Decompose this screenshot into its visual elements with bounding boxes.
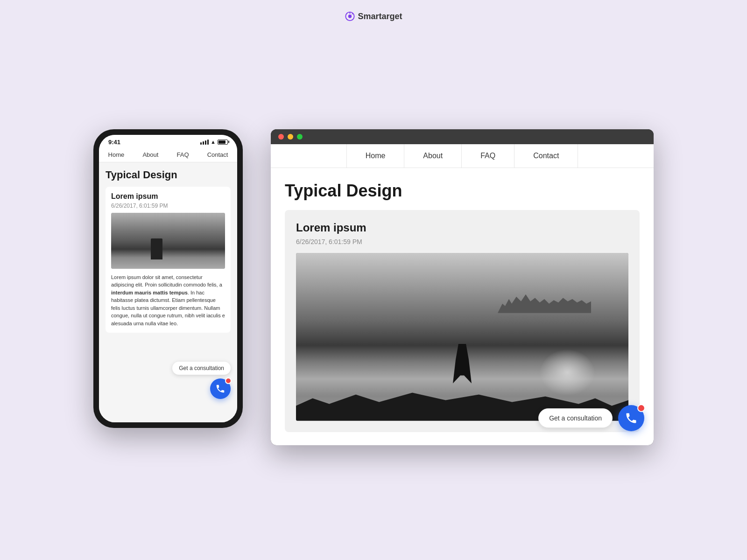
brand-name: Smartarget — [358, 12, 402, 21]
phone-navigation: Home About FAQ Contact — [99, 147, 237, 162]
phone-call-icon — [215, 384, 226, 394]
phone-call-fab[interactable] — [210, 378, 231, 399]
phone-fab-area: Get a consultation — [172, 362, 231, 399]
desktop-consultation-tooltip: Get a consultation — [538, 408, 613, 428]
desktop-article-card: Lorem ipsum 6/26/2017, 6:01:59 PM — [285, 210, 640, 432]
phone-nav-about[interactable]: About — [142, 151, 158, 158]
desktop-nav-contact[interactable]: Contact — [514, 144, 578, 168]
phone-status-icons: ▲ — [200, 139, 228, 145]
wave-splash-effect — [539, 349, 595, 396]
desktop-nav-faq[interactable]: FAQ — [462, 144, 514, 168]
smartarget-logo-icon — [345, 11, 355, 21]
desktop-nav-home[interactable]: Home — [346, 144, 405, 168]
desktop-card-image — [296, 253, 628, 421]
phone-card-body: Lorem ipsum dolor sit amet, consectetur … — [111, 273, 225, 328]
signal-icon — [200, 140, 209, 145]
top-logo-bar: Smartarget — [345, 11, 402, 21]
phone-nav-faq[interactable]: FAQ — [176, 151, 189, 158]
svg-point-1 — [348, 14, 352, 18]
horizon-city-silhouette — [498, 290, 591, 313]
phone-time: 9:41 — [108, 139, 120, 146]
desktop-phone-call-icon — [625, 412, 638, 425]
desktop-coastal-image — [296, 253, 628, 421]
desktop-card-title: Lorem ipsum — [296, 221, 628, 234]
phone-article-card: Lorem ipsum 6/26/2017, 6:01:59 PM Lorem … — [106, 187, 231, 333]
phone-page-title: Typical Design — [106, 169, 231, 181]
window-close-button[interactable] — [278, 134, 284, 140]
devices-container: 9:41 ▲ Home About — [93, 129, 654, 445]
desktop-fab-area: Get a consultation — [538, 405, 644, 431]
phone-coastal-image — [111, 213, 225, 269]
window-maximize-button[interactable] — [297, 134, 303, 140]
desktop-navigation: Home About FAQ Contact — [271, 144, 654, 168]
desktop-mockup: Home About FAQ Contact Typical Design Lo… — [271, 129, 654, 445]
phone-nav-contact[interactable]: Contact — [207, 151, 228, 158]
desktop-nav-about[interactable]: About — [404, 144, 462, 168]
phone-nav-home[interactable]: Home — [108, 151, 125, 158]
desktop-titlebar — [271, 129, 654, 144]
phone-card-date: 6/26/2017, 6:01:59 PM — [111, 203, 225, 209]
battery-icon — [218, 140, 228, 145]
wifi-icon: ▲ — [211, 139, 216, 145]
desktop-card-date: 6/26/2017, 6:01:59 PM — [296, 238, 628, 245]
phone-status-bar: 9:41 ▲ — [99, 135, 237, 147]
desktop-page-title: Typical Design — [285, 181, 640, 201]
phone-bold-text: interdum mauris mattis tempus — [111, 290, 188, 295]
phone-card-image — [111, 213, 225, 269]
desktop-screen: Home About FAQ Contact Typical Design Lo… — [271, 144, 654, 445]
svg-line-3 — [352, 14, 353, 14]
phone-screen: 9:41 ▲ Home About — [99, 135, 237, 422]
window-minimize-button[interactable] — [288, 134, 293, 140]
desktop-call-fab[interactable] — [618, 405, 644, 431]
phone-card-title: Lorem ipsum — [111, 192, 225, 201]
phone-mockup: 9:41 ▲ Home About — [93, 129, 243, 428]
desktop-content-area: Typical Design Lorem ipsum 6/26/2017, 6:… — [271, 168, 654, 445]
phone-consultation-tooltip: Get a consultation — [172, 362, 231, 375]
